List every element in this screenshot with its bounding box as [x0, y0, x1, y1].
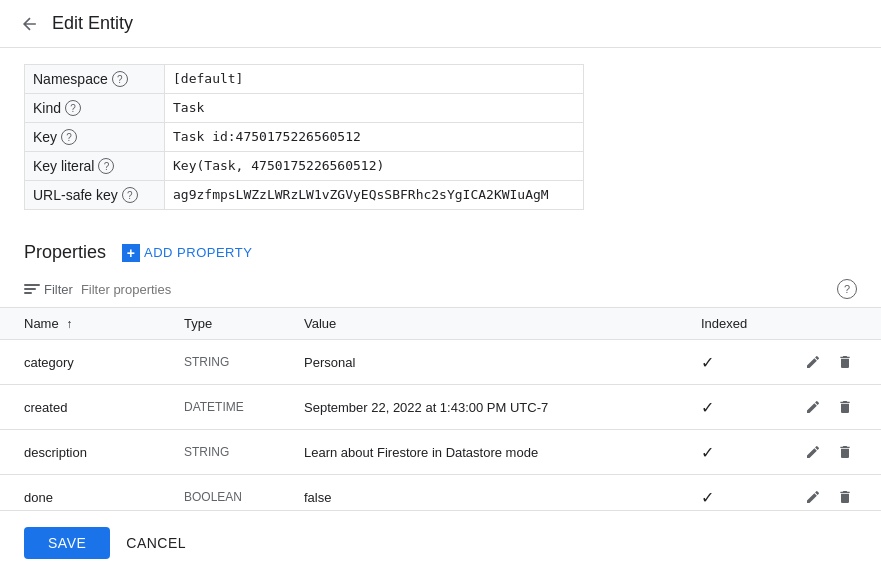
col-name: Name ↑	[0, 308, 160, 340]
row-value: September 22, 2022 at 1:43:00 PM UTC-7	[280, 385, 677, 430]
filter-label: Filter	[44, 282, 73, 297]
header: Edit Entity	[0, 0, 881, 48]
url-safe-key-value: ag9zfmpsLWZzLWRzLW1vZGVyEQsSBFRhc2sYgICA…	[165, 181, 584, 210]
delete-row-button[interactable]	[833, 395, 857, 419]
edit-row-button[interactable]	[801, 485, 825, 509]
row-indexed: ✓	[677, 340, 777, 385]
row-value: Personal	[280, 340, 677, 385]
key-literal-value: Key(Task, 4750175226560512)	[165, 152, 584, 181]
edit-row-button[interactable]	[801, 395, 825, 419]
row-type: STRING	[160, 430, 280, 475]
row-actions	[777, 430, 881, 475]
filter-help-icon[interactable]: ?	[837, 279, 857, 299]
edit-row-button[interactable]	[801, 350, 825, 374]
kind-value: Task	[165, 94, 584, 123]
row-name: category	[0, 340, 160, 385]
namespace-help-icon[interactable]: ?	[112, 71, 128, 87]
footer: SAVE CANCEL	[0, 510, 881, 575]
delete-row-button[interactable]	[833, 350, 857, 374]
row-actions	[777, 385, 881, 430]
row-indexed: ✓	[677, 385, 777, 430]
indexed-checkmark: ✓	[701, 354, 714, 371]
key-literal-help-icon[interactable]: ?	[98, 158, 114, 174]
filter-icon-wrapper: Filter	[24, 282, 73, 297]
add-property-label: ADD PROPERTY	[144, 245, 252, 260]
entity-info-table: Namespace ? [default] Kind ? Task Key ?	[24, 64, 584, 210]
key-value: Task id:4750175226560512	[165, 123, 584, 152]
indexed-checkmark: ✓	[701, 444, 714, 461]
col-actions	[777, 308, 881, 340]
delete-row-button[interactable]	[833, 485, 857, 509]
row-indexed: ✓	[677, 430, 777, 475]
key-label: Key	[33, 129, 57, 145]
row-type: DATETIME	[160, 385, 280, 430]
delete-row-button[interactable]	[833, 440, 857, 464]
row-actions	[777, 340, 881, 385]
cancel-button[interactable]: CANCEL	[126, 535, 186, 551]
properties-header: Properties + ADD PROPERTY	[0, 226, 881, 271]
filter-input[interactable]	[81, 282, 829, 297]
name-sort-icon[interactable]: ↑	[66, 317, 72, 331]
row-name: description	[0, 430, 160, 475]
entity-info: Namespace ? [default] Kind ? Task Key ?	[0, 48, 881, 226]
namespace-label: Namespace	[33, 71, 108, 87]
table-header-row: Name ↑ Type Value Indexed	[0, 308, 881, 340]
indexed-checkmark: ✓	[701, 489, 714, 506]
table-row: description STRING Learn about Firestore…	[0, 430, 881, 475]
add-icon: +	[122, 244, 140, 262]
edit-row-button[interactable]	[801, 440, 825, 464]
url-safe-key-row: URL-safe key ? ag9zfmpsLWZzLWRzLW1vZGVyE…	[25, 181, 584, 210]
kind-help-icon[interactable]: ?	[65, 100, 81, 116]
key-help-icon[interactable]: ?	[61, 129, 77, 145]
row-name: created	[0, 385, 160, 430]
key-row: Key ? Task id:4750175226560512	[25, 123, 584, 152]
kind-row: Kind ? Task	[25, 94, 584, 123]
kind-label: Kind	[33, 100, 61, 116]
url-safe-key-label: URL-safe key	[33, 187, 118, 203]
save-button[interactable]: SAVE	[24, 527, 110, 559]
namespace-row: Namespace ? [default]	[25, 65, 584, 94]
col-indexed: Indexed	[677, 308, 777, 340]
namespace-value: [default]	[165, 65, 584, 94]
row-value: Learn about Firestore in Datastore mode	[280, 430, 677, 475]
indexed-checkmark: ✓	[701, 399, 714, 416]
col-value: Value	[280, 308, 677, 340]
key-literal-row: Key literal ? Key(Task, 4750175226560512…	[25, 152, 584, 181]
filter-row: Filter ?	[0, 271, 881, 308]
row-type: STRING	[160, 340, 280, 385]
url-safe-key-help-icon[interactable]: ?	[122, 187, 138, 203]
properties-title: Properties	[24, 242, 106, 263]
table-row: created DATETIME September 22, 2022 at 1…	[0, 385, 881, 430]
col-type: Type	[160, 308, 280, 340]
add-property-button[interactable]: + ADD PROPERTY	[122, 244, 252, 262]
filter-icon	[24, 284, 40, 294]
back-button[interactable]	[16, 10, 44, 38]
key-literal-label: Key literal	[33, 158, 94, 174]
page-title: Edit Entity	[52, 13, 133, 34]
table-row: category STRING Personal ✓	[0, 340, 881, 385]
